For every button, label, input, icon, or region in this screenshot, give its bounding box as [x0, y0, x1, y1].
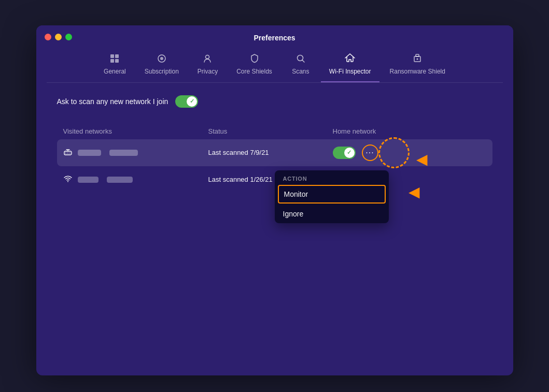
toggle-check-1-icon: ✓	[347, 149, 351, 156]
home-network-cell-1: ✓ ··· ◀ ACTION Monitor Ignore ◀	[333, 144, 486, 161]
table-header: Visited networks Status Home network	[57, 123, 492, 139]
general-icon	[109, 53, 120, 65]
dropdown-action-label: ACTION	[275, 170, 389, 185]
table-row: Last scanned 7/9/21 ✓ ··· ◀ ACTION	[57, 139, 492, 166]
router-icon	[63, 147, 73, 158]
tab-ransomware-shield-label: Ransomware Shield	[390, 68, 445, 75]
network-blurred-2b	[107, 177, 133, 183]
svg-point-5	[160, 57, 163, 60]
toggle-label: Ask to scan any new network I join	[57, 97, 168, 106]
content-area: Ask to scan any new network I join ✓ Vis…	[36, 83, 513, 375]
header-home-network: Home network	[333, 127, 486, 135]
core-shields-icon	[249, 53, 260, 65]
tab-wifi-inspector[interactable]: Wi-Fi Inspector	[321, 49, 379, 82]
header-visited-networks: Visited networks	[63, 127, 208, 135]
scan-network-toggle[interactable]: ✓	[175, 95, 198, 108]
annotation-arrow: ◀	[416, 151, 428, 168]
app-window: Preferences General	[36, 25, 513, 367]
svg-rect-0	[110, 54, 114, 58]
svg-point-9	[417, 58, 418, 60]
status-1: Last scanned 7/9/21	[208, 149, 333, 156]
wifi-inspector-icon	[344, 53, 356, 65]
svg-point-6	[206, 55, 209, 59]
home-network-toggle-1[interactable]: ✓	[333, 147, 356, 159]
tab-general[interactable]: General	[95, 49, 134, 82]
three-dots-button[interactable]: ···	[362, 144, 378, 161]
svg-point-14	[67, 181, 68, 182]
tab-privacy-label: Privacy	[198, 68, 218, 75]
tab-general-label: General	[104, 68, 126, 75]
svg-point-12	[67, 152, 68, 153]
tab-privacy[interactable]: Privacy	[189, 49, 226, 82]
toggle-check-icon: ✓	[190, 98, 194, 105]
ransomware-shield-icon	[412, 53, 423, 65]
tab-core-shields-label: Core Shields	[236, 68, 272, 75]
svg-rect-1	[115, 54, 119, 58]
dropdown-item-ignore[interactable]: Ignore	[275, 206, 389, 223]
toggle-row: Ask to scan any new network I join ✓	[57, 95, 492, 108]
svg-point-11	[65, 152, 66, 153]
svg-rect-3	[115, 59, 119, 63]
wifi-icon	[63, 174, 73, 185]
three-dots-container: ··· ◀ ACTION Monitor Ignore ◀	[362, 144, 378, 161]
privacy-icon	[202, 53, 213, 65]
tab-ransomware-shield[interactable]: Ransomware Shield	[382, 49, 454, 82]
network-name-2	[63, 174, 208, 185]
annotation-circle	[378, 137, 410, 168]
network-name-1	[63, 147, 208, 158]
networks-table: Visited networks Status Home network	[57, 123, 492, 191]
window-controls	[45, 34, 72, 40]
tab-scans[interactable]: Scans	[283, 49, 319, 82]
svg-point-13	[69, 152, 71, 153]
toggle-knob-1: ✓	[344, 148, 355, 158]
svg-rect-2	[110, 59, 114, 63]
tab-core-shields[interactable]: Core Shields	[228, 49, 280, 82]
minimize-button[interactable]	[55, 34, 62, 40]
maximize-button[interactable]	[65, 34, 72, 40]
toggle-knob: ✓	[187, 96, 197, 107]
dropdown-item-monitor[interactable]: Monitor	[278, 185, 386, 204]
network-blurred-1b	[109, 150, 138, 156]
tab-subscription[interactable]: Subscription	[136, 49, 187, 82]
title-bar: Preferences General	[36, 25, 513, 83]
subscription-icon	[157, 53, 167, 65]
close-button[interactable]	[45, 34, 51, 40]
window-title: Preferences	[47, 34, 503, 49]
scans-icon	[295, 53, 306, 65]
tab-scans-label: Scans	[292, 68, 309, 75]
network-blurred-2a	[78, 177, 98, 183]
dropdown-menu: ACTION Monitor Ignore	[275, 170, 389, 223]
network-blurred-1a	[78, 150, 101, 156]
tab-subscription-label: Subscription	[145, 68, 179, 75]
nav-tabs: General Subscription P	[47, 49, 503, 83]
tab-wifi-inspector-label: Wi-Fi Inspector	[329, 68, 371, 75]
header-status: Status	[208, 127, 333, 135]
